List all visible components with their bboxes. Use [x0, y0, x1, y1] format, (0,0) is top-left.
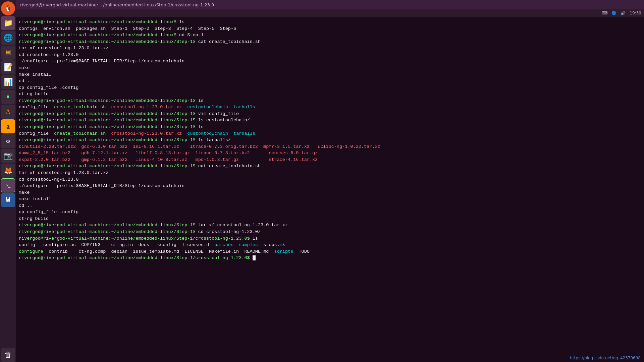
url-link[interactable]: https://blog.csdn.net/qq_42379698 — [570, 356, 641, 360]
amazon-icon[interactable]: a — [1, 119, 15, 133]
calc-icon[interactable]: 🧮 — [1, 46, 15, 60]
clock: 19:39 — [630, 11, 641, 15]
volume-icon: 🔊 — [621, 11, 626, 15]
terminal-line: make — [19, 65, 641, 71]
terminal-area[interactable]: rivergod@rivergod-virtual-machine:~/onli… — [16, 17, 644, 354]
titlebar: rivergod@rivergod-virtual-machine: ~/onl… — [16, 0, 644, 9]
terminal-line: cp config_file .config — [19, 84, 641, 91]
terminal-line: cd crosstool-ng-1.23.0 — [19, 176, 641, 183]
terminal-line: rivergod@rivergod-virtual-machine:~/onli… — [19, 137, 641, 143]
terminal-line: duma_2_5_15.tar.bz2 gdb-7.12.1.tar.xz li… — [19, 150, 641, 157]
spreadsheet-icon[interactable]: 📊 — [1, 75, 15, 89]
terminal-line: rivergod@rivergod-virtual-machine:~/onli… — [19, 32, 641, 39]
terminal-line: config_file create_toolchain.sh crosstoo… — [19, 130, 641, 137]
terminal-line: ./configure --prefix=$BASE_INSTALL_DIR/S… — [19, 58, 641, 65]
terminal-line: cp config_file .config — [19, 209, 641, 216]
terminal-line: ./configure --prefix=$BASE_INSTALL_DIR/S… — [19, 183, 641, 189]
terminal-line: ct-ng build — [19, 91, 641, 98]
font-icon[interactable]: A — [1, 105, 15, 119]
terminal-line: binutils-2.28.tar.bz2 gcc-6.3.0.tar.bz2 … — [19, 143, 641, 150]
terminal-line: make install — [19, 71, 641, 78]
terminal-line: rivergod@rivergod-virtual-machine:~/onli… — [19, 229, 641, 235]
settings-icon[interactable]: ⚙ — [1, 134, 15, 148]
terminal-line: rivergod@rivergod-virtual-machine:~/onli… — [19, 163, 641, 170]
terminal-active-prompt: rivergod@rivergod-virtual-machine:~/onli… — [19, 255, 641, 261]
word-icon[interactable]: W — [1, 193, 15, 207]
terminal-icon[interactable]: >_ — [1, 178, 15, 192]
terminal-line: cd .. — [19, 202, 641, 209]
trash-icon[interactable]: 🗑 — [1, 348, 15, 362]
terminal-line: ct-ng build — [19, 216, 641, 222]
terminal-line: configure contrib ct-ng.comp debian issu… — [19, 248, 641, 255]
terminal-line: rivergod@rivergod-virtual-machine:~/onli… — [19, 117, 641, 124]
terminal-line: rivergod@rivergod-virtual-machine:~/onli… — [19, 124, 641, 130]
keyboard-icon: ⌨ — [602, 11, 607, 15]
firefox-icon[interactable]: 🦊 — [1, 164, 15, 178]
writer-icon[interactable]: A — [1, 90, 15, 104]
terminal-line: rivergod@rivergod-virtual-machine:~/onli… — [19, 111, 641, 117]
terminal-line: configs environ.sh packages.sh Step-1 St… — [19, 25, 641, 32]
browser-icon[interactable]: 🌐 — [1, 31, 15, 45]
terminal-line: cd .. — [19, 78, 641, 84]
topbar: ⌨ 🔵 🔊 19:39 — [16, 9, 644, 17]
terminal-line: make install — [19, 196, 641, 202]
terminal-line: tar xf crosstool-ng-1.23.0.tar.xz — [19, 45, 641, 52]
ubuntu-icon[interactable]: 🐧 — [1, 1, 15, 15]
terminal-line: rivergod@rivergod-virtual-machine:~/onli… — [19, 19, 641, 25]
title-text: rivergod@rivergod-virtual-machine: ~/onl… — [20, 2, 214, 7]
bluetooth-icon: 🔵 — [611, 11, 616, 15]
terminal-line: expat-2.2.0.tar.bz2 gmp-6.1.2.tar.bz2 li… — [19, 157, 641, 163]
terminal-line: rivergod@rivergod-virtual-machine:~/onli… — [19, 98, 641, 104]
files-icon[interactable]: 📁 — [1, 16, 15, 30]
text-icon[interactable]: 📝 — [1, 60, 15, 74]
terminal-line: rivergod@rivergod-virtual-machine:~/onli… — [19, 222, 641, 229]
terminal-line: cd crosstool-ng-1.23.0 — [19, 52, 641, 58]
terminal-line: make — [19, 189, 641, 196]
terminal-line: config_file create_toolchain.sh crosstoo… — [19, 104, 641, 111]
terminal-line: rivergod@rivergod-virtual-machine:~/onli… — [19, 235, 641, 242]
terminal-line: rivergod@rivergod-virtual-machine:~/onli… — [19, 39, 641, 45]
camera-icon[interactable]: 📷 — [1, 149, 15, 163]
sidebar: 🐧 📁 🌐 🧮 📝 📊 A A a ⚙ 📷 🦊 >_ W 🗑 — [0, 0, 16, 362]
terminal-line: config configure.ac COPYING ct-ng.in doc… — [19, 242, 641, 248]
terminal-line: tar xf crosstool-ng-1.23.0.tar.xz — [19, 170, 641, 176]
bottombar: https://blog.csdn.net/qq_42379698 — [16, 354, 644, 362]
main-window: rivergod@rivergod-virtual-machine: ~/onl… — [16, 0, 644, 362]
